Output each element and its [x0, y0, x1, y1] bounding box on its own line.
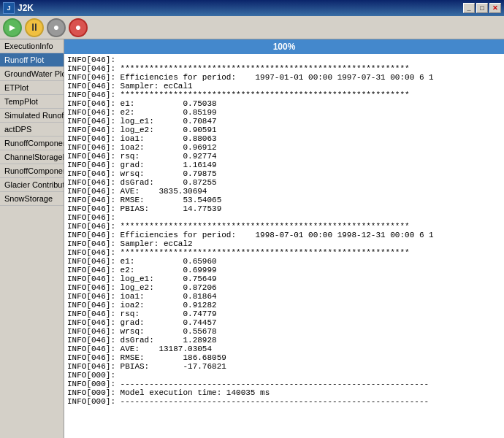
- sidebar-item-runoff-plot[interactable]: Runoff Plot: [0, 53, 64, 67]
- main-layout: ExecutionInfoRunoff PlotGroundWater Plot…: [0, 39, 504, 438]
- title-bar-controls: _ □ ✕: [463, 3, 501, 13]
- app-icon-text: J: [7, 4, 10, 12]
- sidebar-item-actdps[interactable]: actDPS: [0, 123, 64, 137]
- title-bar-left: J J2K: [3, 2, 34, 14]
- sidebar-item-tempplot[interactable]: TempPlot: [0, 95, 64, 109]
- sidebar-item-runoff-component-1[interactable]: RunoffComponent_1: [0, 164, 64, 178]
- sidebar-item-simulated-runoff[interactable]: Simulated Runoff: [0, 109, 64, 123]
- pause-button[interactable]: ⏸: [25, 18, 44, 37]
- sidebar-item-channel-storage-plot[interactable]: ChannelStoragePlot: [0, 150, 64, 164]
- title-bar: J J2K _ □ ✕: [0, 0, 504, 16]
- progress-value: 100%: [273, 42, 296, 52]
- close-button[interactable]: ✕: [489, 3, 501, 13]
- progress-bar: 100%: [64, 39, 504, 54]
- stop-button[interactable]: ●: [47, 18, 66, 37]
- sidebar-item-groundwater-plot[interactable]: GroundWater Plot: [0, 67, 64, 81]
- log-output[interactable]: INFO[046]: INFO[046]: ******************…: [64, 54, 504, 438]
- minimize-button[interactable]: _: [463, 3, 475, 13]
- sidebar-item-runoff-component[interactable]: RunoffComponent: [0, 137, 64, 150]
- sidebar-item-execution-info[interactable]: ExecutionInfo: [0, 39, 64, 53]
- content-area: 100% INFO[046]: INFO[046]: *************…: [64, 39, 504, 438]
- sidebar-item-etplot[interactable]: ETPlot: [0, 81, 64, 95]
- sidebar-item-glacier-contribution[interactable]: Glacier Contribution: [0, 178, 64, 192]
- play-button[interactable]: ▶: [3, 18, 22, 37]
- sidebar-item-snow-storage[interactable]: SnowStorage: [0, 192, 64, 206]
- toolbar: ▶ ⏸ ● ●: [0, 16, 504, 39]
- window-title: J2K: [18, 3, 34, 13]
- abort-button[interactable]: ●: [69, 18, 88, 37]
- app-icon: J: [3, 2, 15, 14]
- sidebar: ExecutionInfoRunoff PlotGroundWater Plot…: [0, 39, 64, 438]
- maximize-button[interactable]: □: [476, 3, 488, 13]
